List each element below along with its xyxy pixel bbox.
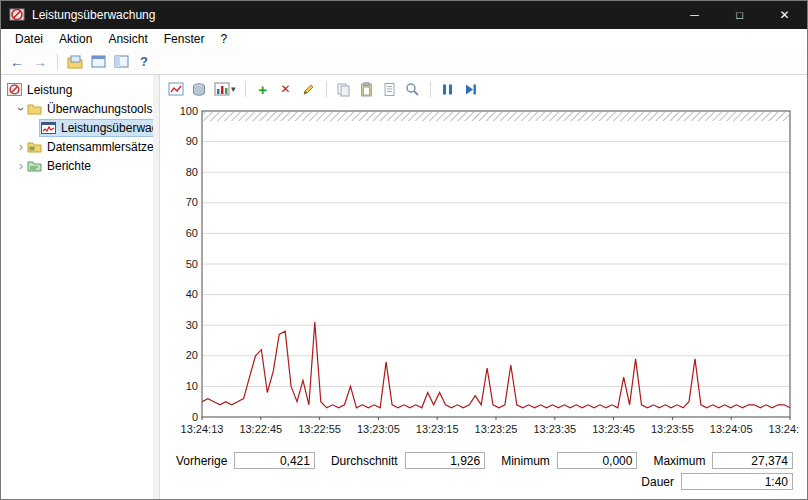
update-data-button[interactable] <box>461 79 481 99</box>
menu-item-fenster[interactable]: Fenster <box>156 30 213 48</box>
svg-text:13:23:45: 13:23:45 <box>592 423 635 435</box>
chart-type-button[interactable]: ▾ <box>212 79 238 99</box>
chevron-right-icon[interactable]: › <box>15 140 27 154</box>
minimize-button[interactable]: ─ <box>672 1 717 29</box>
svg-text:0: 0 <box>192 411 198 423</box>
menu-item-hilfe[interactable]: ? <box>212 30 235 48</box>
console-tree-toggle-icon[interactable] <box>65 52 85 72</box>
svg-text:50: 50 <box>186 258 198 270</box>
zoom-icon[interactable] <box>403 79 423 99</box>
tree-item-label: Berichte <box>47 159 91 173</box>
performance-graph: 100908070605040302010013:24:1313:22:4513… <box>164 103 803 446</box>
content-area: Leistung › Überwachungstools <box>1 75 807 499</box>
delete-counter-button[interactable]: ✕ <box>276 79 296 99</box>
chevron-down-icon: ▾ <box>231 84 236 94</box>
duration-value: 1:40 <box>681 473 793 490</box>
stats-row-values: Vorherige 0,421 Durchschnitt 1,926 Minim… <box>160 450 793 471</box>
performance-icon <box>7 83 23 97</box>
back-button[interactable]: ← <box>7 54 27 70</box>
chevron-right-icon[interactable]: › <box>15 159 27 173</box>
perfmon-app-icon <box>9 7 25 23</box>
paste-counter-list-icon[interactable] <box>357 79 377 99</box>
toolbar-separator <box>57 54 58 70</box>
svg-text:13:23:55: 13:23:55 <box>651 423 694 435</box>
view-current-activity-icon[interactable] <box>166 79 186 99</box>
performance-monitor-panel: ▾ + ✕ <box>160 75 807 499</box>
tree-root-leistung[interactable]: Leistung <box>1 80 153 99</box>
monitor-chart-icon <box>41 121 57 135</box>
svg-text:13:22:45: 13:22:45 <box>239 423 282 435</box>
tree-item-label: Datensammlersätze <box>47 140 153 154</box>
properties-icon[interactable] <box>380 79 400 99</box>
previous-value: 0,421 <box>234 452 315 469</box>
app-window: Leistungsüberwachung ─ □ ✕ Datei Aktion … <box>0 0 808 500</box>
close-button[interactable]: ✕ <box>762 1 807 29</box>
console-tree: Leistung › Überwachungstools <box>1 75 153 499</box>
menu-item-datei[interactable]: Datei <box>7 30 51 48</box>
svg-text:70: 70 <box>186 196 198 208</box>
tree-selection-highlight: Leistungsüberwachung <box>39 119 153 137</box>
svg-text:20: 20 <box>186 349 198 361</box>
svg-text:40: 40 <box>186 288 198 300</box>
pane-splitter[interactable] <box>153 75 160 499</box>
menu-item-ansicht[interactable]: Ansicht <box>100 30 155 48</box>
view-log-data-icon[interactable] <box>189 79 209 99</box>
tree-item-leistungsueberwachung[interactable]: Leistungsüberwachung <box>1 118 153 137</box>
svg-text:13:24:12: 13:24:12 <box>769 423 800 435</box>
copy-properties-icon[interactable] <box>334 79 354 99</box>
properties-window-icon[interactable] <box>88 52 108 72</box>
average-value: 1,926 <box>405 452 486 469</box>
freeze-display-button[interactable] <box>438 79 458 99</box>
stats-bar: Vorherige 0,421 Durchschnitt 1,926 Minim… <box>160 446 807 492</box>
maximum-value: 27,374 <box>712 452 793 469</box>
menu-bar: Datei Aktion Ansicht Fenster ? <box>1 29 807 49</box>
stats-row-duration: Dauer 1:40 <box>160 471 793 492</box>
window-title: Leistungsüberwachung <box>32 8 155 22</box>
maximize-button[interactable]: □ <box>717 1 762 29</box>
forward-button[interactable]: → <box>30 54 50 70</box>
line-chart: 100908070605040302010013:24:1313:22:4513… <box>164 103 800 443</box>
add-counter-button[interactable]: + <box>253 79 273 99</box>
menu-item-aktion[interactable]: Aktion <box>51 30 100 48</box>
window-controls: ─ □ ✕ <box>672 1 807 29</box>
tree-item-berichte[interactable]: › Berichte <box>1 156 153 175</box>
svg-text:13:23:05: 13:23:05 <box>357 423 400 435</box>
title-bar: Leistungsüberwachung ─ □ ✕ <box>1 1 807 29</box>
average-label: Durchschnitt <box>331 454 398 468</box>
minimum-value: 0,000 <box>557 452 638 469</box>
svg-text:13:23:25: 13:23:25 <box>475 423 518 435</box>
svg-text:80: 80 <box>186 166 198 178</box>
toolbar-separator <box>245 81 246 97</box>
svg-text:13:24:05: 13:24:05 <box>710 423 753 435</box>
tree-item-datensammlersaetze[interactable]: › Datensammlersätze <box>1 137 153 156</box>
toolbar-separator <box>430 81 431 97</box>
svg-text:13:23:15: 13:23:15 <box>416 423 459 435</box>
chevron-down-icon[interactable]: › <box>14 103 28 115</box>
toolbar-separator <box>326 81 327 97</box>
tree-root-label: Leistung <box>27 83 72 97</box>
folder-icon <box>27 140 43 154</box>
minimum-label: Minimum <box>501 454 550 468</box>
tree-item-ueberwachungstools[interactable]: › Überwachungstools <box>1 99 153 118</box>
previous-label: Vorherige <box>176 454 227 468</box>
folder-icon <box>27 102 43 116</box>
svg-text:30: 30 <box>186 319 198 331</box>
svg-text:10: 10 <box>186 380 198 392</box>
svg-text:13:24:13: 13:24:13 <box>181 423 224 435</box>
svg-text:90: 90 <box>186 135 198 147</box>
new-window-icon[interactable] <box>111 52 131 72</box>
report-folder-icon <box>27 159 43 173</box>
help-button[interactable]: ? <box>134 52 154 72</box>
duration-label: Dauer <box>641 475 674 489</box>
maximum-label: Maximum <box>653 454 705 468</box>
tree-item-label: Leistungsüberwachung <box>61 121 153 135</box>
chart-toolbar: ▾ + ✕ <box>160 75 807 103</box>
nav-toolbar: ← → ? <box>1 49 807 75</box>
highlight-button[interactable] <box>299 79 319 99</box>
svg-text:13:22:55: 13:22:55 <box>298 423 341 435</box>
svg-text:13:23:35: 13:23:35 <box>533 423 576 435</box>
tree-item-label: Überwachungstools <box>47 102 152 116</box>
svg-text:60: 60 <box>186 227 198 239</box>
svg-text:100: 100 <box>180 105 198 117</box>
